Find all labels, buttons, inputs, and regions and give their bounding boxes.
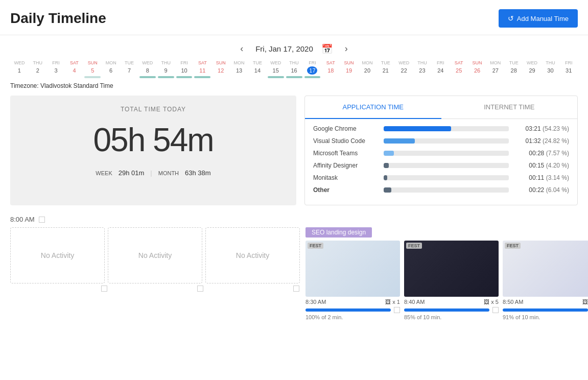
total-time-label: TOTAL TIME TODAY [20, 106, 286, 113]
prev-date-button[interactable]: ‹ [236, 41, 247, 56]
image-icon-2: 🖼 [582, 299, 588, 305]
screenshots-row: FEST 8:30 AM 🖼 x 1 100% of 2 min. FEST 8… [305, 241, 588, 320]
calendar-day-21[interactable]: Tue21 [377, 60, 395, 78]
fest-badge-1: FEST [406, 243, 422, 249]
progress-bar-2 [503, 308, 588, 312]
screenshot-image-2: FEST [503, 241, 588, 297]
calendar-day-22[interactable]: Wed22 [395, 60, 413, 78]
app-bar-container-2 [384, 151, 509, 156]
app-name-1: Visual Studio Code [313, 137, 380, 145]
app-stat-4: 00:11 (3.14 %) [513, 174, 569, 181]
app-bar-container-3 [384, 163, 509, 168]
calendar-day-23[interactable]: Thu23 [413, 60, 432, 78]
image-icon-1: 🖼 [484, 299, 489, 305]
app-time-panel: APPLICATION TIME INTERNET TIME Google Ch… [304, 96, 578, 205]
app-bar-container-0 [384, 126, 509, 131]
calendar-day-10[interactable]: Fri10 [175, 60, 194, 78]
current-date-label: Fri, Jan 17, 2020 [255, 44, 313, 53]
slot-checkbox-3[interactable] [293, 286, 299, 292]
app-stat-1: 01:32 (24.82 %) [513, 137, 569, 145]
screenshot-time-2: 8:50 AM [503, 299, 523, 305]
app-bar-container-4 [384, 175, 509, 180]
screenshot-count-1: 🖼 x 5 [484, 299, 499, 305]
activity-row: No Activity No Activity No Activity [10, 227, 578, 320]
week-label: WEEK [96, 170, 112, 176]
calendar-day-17[interactable]: Fri17 [303, 60, 322, 78]
calendar-day-15[interactable]: Wed15 [267, 60, 285, 78]
calendar-day-2[interactable]: Thu2 [29, 60, 47, 78]
app-stat-2: 00:28 (7.57 %) [513, 150, 569, 157]
calendar-day-1[interactable]: Wed1 [10, 60, 29, 78]
screenshot-checkbox-1[interactable] [492, 307, 499, 313]
calendar-day-18[interactable]: Sat18 [321, 60, 340, 78]
screenshot-count-2: 🖼 x 5 [582, 299, 588, 305]
next-date-button[interactable]: › [341, 41, 352, 56]
calendar-strip: Wed1Thu2Fri3Sat4Sun5Mon6Tue7Wed8Thu9Fri1… [0, 60, 588, 78]
calendar-day-3[interactable]: Fri3 [47, 60, 65, 78]
calendar-day-13[interactable]: Mon13 [230, 60, 248, 78]
timeline-section: 8:00 AM No Activity No Activity No Activ… [0, 209, 588, 320]
calendar-day-5[interactable]: Sun5 [83, 60, 102, 78]
calendar-day-16[interactable]: Thu16 [285, 60, 303, 78]
app-bar-fill-5 [384, 187, 391, 193]
screenshot-time-1: 8:40 AM [404, 299, 425, 305]
calendar-day-4[interactable]: Sat4 [65, 60, 84, 78]
calendar-icon[interactable]: 📅 [321, 43, 333, 55]
tab-application-time[interactable]: APPLICATION TIME [305, 96, 441, 119]
app-stat-5: 00:22 (6.04 %) [513, 186, 569, 194]
screenshot-desc-0: 100% of 2 min. [305, 314, 400, 320]
calendar-day-31[interactable]: Fri31 [559, 60, 578, 78]
no-activity-label-2: No Activity [138, 251, 172, 259]
progress-bar-1 [404, 308, 489, 312]
calendar-day-24[interactable]: Fri24 [431, 60, 450, 78]
slot-checkbox-1[interactable] [101, 286, 107, 292]
screenshot-card-2[interactable]: FEST 8:50 AM 🖼 x 5 91% of 10 min. [503, 241, 588, 320]
app-name-3: Affinity Designer [313, 162, 380, 169]
progress-bar-row-2 [503, 307, 588, 313]
slot-checkbox-2[interactable] [197, 286, 203, 292]
screenshot-checkbox-0[interactable] [394, 307, 400, 313]
app-row-1: Visual Studio Code01:32 (24.82 %) [313, 137, 569, 145]
image-icon-0: 🖼 [385, 299, 391, 305]
app-bar-fill-3 [384, 163, 389, 168]
calendar-days-row: Wed1Thu2Fri3Sat4Sun5Mon6Tue7Wed8Thu9Fri1… [10, 60, 578, 78]
screenshot-card-1[interactable]: FEST 8:40 AM 🖼 x 5 85% of 10 min. [404, 241, 499, 320]
calendar-day-29[interactable]: Wed29 [523, 60, 542, 78]
screenshot-count-0: 🖼 x 1 [385, 299, 400, 305]
clock-icon: ↺ [508, 14, 514, 22]
total-time-value: 05h 54m [20, 121, 286, 159]
calendar-day-9[interactable]: Thu9 [157, 60, 175, 78]
app-row-5: Other00:22 (6.04 %) [313, 186, 569, 194]
week-value: 29h 01m [119, 169, 145, 177]
calendar-day-20[interactable]: Mon20 [358, 60, 377, 78]
time-label-row: 8:00 AM [10, 216, 578, 223]
time-checkbox[interactable] [39, 217, 45, 223]
screenshot-image-0: FEST [305, 241, 400, 297]
calendar-day-26[interactable]: Sun26 [468, 60, 486, 78]
page-header: Daily Timeline ↺ Add Manual Time [0, 0, 588, 35]
calendar-day-6[interactable]: Mon6 [102, 60, 120, 78]
calendar-day-11[interactable]: Sat11 [193, 60, 211, 78]
add-manual-time-button[interactable]: ↺ Add Manual Time [499, 9, 578, 28]
app-row-0: Google Chrome03:21 (54.23 %) [313, 125, 569, 132]
calendar-day-27[interactable]: Mon27 [486, 60, 505, 78]
calendar-day-14[interactable]: Tue14 [248, 60, 267, 78]
tab-internet-time[interactable]: INTERNET TIME [441, 96, 578, 118]
app-name-5: Other [313, 186, 380, 194]
calendar-day-12[interactable]: Sun12 [211, 60, 230, 78]
screenshot-card-0[interactable]: FEST 8:30 AM 🖼 x 1 100% of 2 min. [305, 241, 400, 320]
calendar-day-25[interactable]: Sat25 [450, 60, 468, 78]
screenshot-group: SEO landing design FEST 8:30 AM 🖼 x 1 10… [305, 227, 588, 320]
app-bar-container-5 [384, 187, 509, 193]
calendar-day-28[interactable]: Tue28 [505, 60, 523, 78]
calendar-day-30[interactable]: Thu30 [541, 60, 559, 78]
time-label: 8:00 AM [10, 216, 35, 223]
page-title: Daily Timeline [10, 10, 106, 27]
calendar-day-8[interactable]: Wed8 [138, 60, 157, 78]
app-stat-0: 03:21 (54.23 %) [513, 125, 569, 132]
calendar-day-7[interactable]: Tue7 [120, 60, 138, 78]
app-bar-fill-2 [384, 151, 394, 156]
progress-bar-row-0 [305, 307, 400, 313]
calendar-day-19[interactable]: Sun19 [340, 60, 358, 78]
app-row-2: Microsoft Teams00:28 (7.57 %) [313, 150, 569, 157]
